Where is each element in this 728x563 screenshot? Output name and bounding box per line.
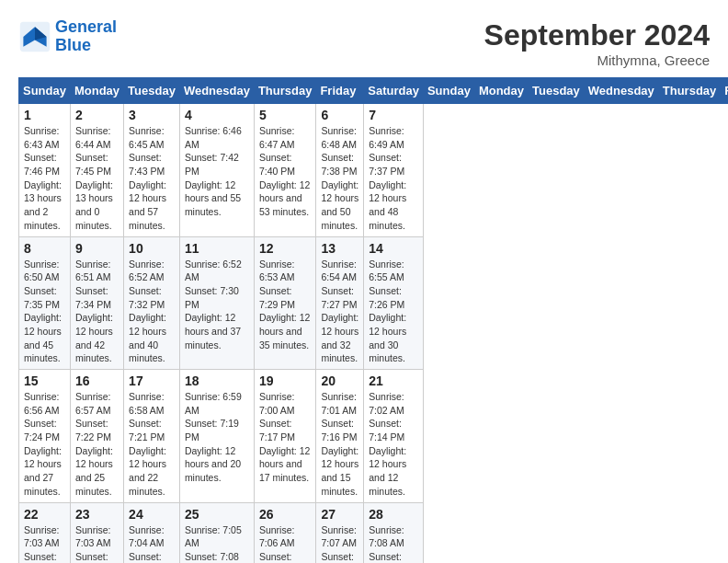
calendar-week-row: 1 Sunrise: 6:43 AMSunset: 7:46 PMDayligh… xyxy=(19,104,729,237)
calendar-cell: 28 Sunrise: 7:08 AMSunset: 7:03 PMDaylig… xyxy=(364,502,424,563)
day-info: Sunrise: 6:55 AMSunset: 7:26 PMDaylight:… xyxy=(369,258,418,366)
day-info: Sunrise: 6:58 AMSunset: 7:21 PMDaylight:… xyxy=(129,390,175,499)
header-wednesday: Wednesday xyxy=(179,78,254,104)
calendar-cell: 14 Sunrise: 6:55 AMSunset: 7:26 PMDaylig… xyxy=(364,236,424,370)
day-info: Sunrise: 7:00 AMSunset: 7:17 PMDaylight:… xyxy=(259,390,312,485)
logo-blue: Blue xyxy=(55,37,117,55)
calendar-cell: 21 Sunrise: 7:02 AMSunset: 7:14 PMDaylig… xyxy=(364,370,424,503)
calendar-cell: 7 Sunrise: 6:49 AMSunset: 7:37 PMDayligh… xyxy=(364,104,424,237)
calendar-cell: 18 Sunrise: 6:59 AMSunset: 7:19 PMDaylig… xyxy=(179,370,254,503)
month-title: September 2024 xyxy=(484,18,710,52)
day-number: 27 xyxy=(321,507,358,522)
calendar-week-row: 8 Sunrise: 6:50 AMSunset: 7:35 PMDayligh… xyxy=(19,236,729,370)
page-header: General Blue September 2024 Mithymna, Gr… xyxy=(18,18,710,68)
day-number: 21 xyxy=(369,373,418,388)
day-info: Sunrise: 7:07 AMSunset: 7:04 PMDaylight:… xyxy=(321,523,358,564)
day-number: 13 xyxy=(321,241,358,256)
day-number: 16 xyxy=(75,373,119,388)
day-number: 10 xyxy=(129,241,175,256)
calendar-cell: 15 Sunrise: 6:56 AMSunset: 7:24 PMDaylig… xyxy=(19,370,71,503)
header-monday: Monday xyxy=(70,78,123,104)
day-info: Sunrise: 6:48 AMSunset: 7:38 PMDaylight:… xyxy=(321,124,358,233)
logo-general: General xyxy=(55,17,117,36)
calendar-cell: 12 Sunrise: 6:53 AMSunset: 7:29 PMDaylig… xyxy=(254,236,316,370)
day-info: Sunrise: 6:59 AMSunset: 7:19 PMDaylight:… xyxy=(185,390,249,485)
day-info: Sunrise: 7:04 AMSunset: 7:09 PMDaylight:… xyxy=(129,523,175,564)
calendar-cell: 8 Sunrise: 6:50 AMSunset: 7:35 PMDayligh… xyxy=(19,236,71,370)
day-info: Sunrise: 6:51 AMSunset: 7:34 PMDaylight:… xyxy=(75,258,119,366)
location: Mithymna, Greece xyxy=(484,52,710,68)
title-block: September 2024 Mithymna, Greece xyxy=(484,18,710,68)
header-day-friday: Friday xyxy=(721,78,728,104)
logo-text: General Blue xyxy=(55,18,117,55)
calendar-cell: 5 Sunrise: 6:47 AMSunset: 7:40 PMDayligh… xyxy=(254,104,316,237)
day-number: 4 xyxy=(185,108,249,122)
calendar-cell: 17 Sunrise: 6:58 AMSunset: 7:21 PMDaylig… xyxy=(124,370,180,503)
day-info: Sunrise: 6:57 AMSunset: 7:22 PMDaylight:… xyxy=(75,390,119,499)
day-number: 15 xyxy=(24,373,65,388)
header-sunday: Sunday xyxy=(19,78,71,104)
calendar-header-row: SundayMondayTuesdayWednesdayThursdayFrid… xyxy=(19,78,729,104)
day-number: 6 xyxy=(321,108,358,122)
calendar-cell: 26 Sunrise: 7:06 AMSunset: 7:06 PMDaylig… xyxy=(254,502,316,563)
header-day-monday: Monday xyxy=(474,78,528,104)
calendar-cell: 16 Sunrise: 6:57 AMSunset: 7:22 PMDaylig… xyxy=(70,370,123,503)
day-number: 24 xyxy=(129,507,175,522)
calendar-cell: 27 Sunrise: 7:07 AMSunset: 7:04 PMDaylig… xyxy=(316,502,364,563)
header-day-sunday: Sunday xyxy=(423,78,474,104)
calendar-cell: 11 Sunrise: 6:52 AMSunset: 7:30 PMDaylig… xyxy=(179,236,254,370)
day-info: Sunrise: 6:52 AMSunset: 7:32 PMDaylight:… xyxy=(129,258,175,366)
day-info: Sunrise: 6:54 AMSunset: 7:27 PMDaylight:… xyxy=(321,258,358,366)
calendar-cell: 24 Sunrise: 7:04 AMSunset: 7:09 PMDaylig… xyxy=(124,502,180,563)
calendar-cell: 6 Sunrise: 6:48 AMSunset: 7:38 PMDayligh… xyxy=(316,104,364,237)
calendar-cell: 25 Sunrise: 7:05 AMSunset: 7:08 PMDaylig… xyxy=(179,502,254,563)
day-number: 28 xyxy=(369,507,418,522)
calendar-cell: 19 Sunrise: 7:00 AMSunset: 7:17 PMDaylig… xyxy=(254,370,316,503)
day-info: Sunrise: 7:08 AMSunset: 7:03 PMDaylight:… xyxy=(369,523,418,564)
day-number: 25 xyxy=(185,507,249,522)
calendar-cell: 10 Sunrise: 6:52 AMSunset: 7:32 PMDaylig… xyxy=(124,236,180,370)
day-info: Sunrise: 6:49 AMSunset: 7:37 PMDaylight:… xyxy=(369,124,418,233)
header-thursday: Thursday xyxy=(254,78,316,104)
day-info: Sunrise: 7:03 AMSunset: 7:13 PMDaylight:… xyxy=(24,523,65,564)
calendar-cell: 9 Sunrise: 6:51 AMSunset: 7:34 PMDayligh… xyxy=(70,236,123,370)
day-number: 20 xyxy=(321,373,358,388)
calendar-cell: 1 Sunrise: 6:43 AMSunset: 7:46 PMDayligh… xyxy=(19,104,71,237)
calendar-cell: 3 Sunrise: 6:45 AMSunset: 7:43 PMDayligh… xyxy=(124,104,180,237)
day-number: 2 xyxy=(75,108,119,122)
calendar-cell: 2 Sunrise: 6:44 AMSunset: 7:45 PMDayligh… xyxy=(70,104,123,237)
calendar-week-row: 15 Sunrise: 6:56 AMSunset: 7:24 PMDaylig… xyxy=(19,370,729,503)
day-number: 11 xyxy=(185,241,249,256)
day-number: 3 xyxy=(129,108,175,122)
day-info: Sunrise: 6:53 AMSunset: 7:29 PMDaylight:… xyxy=(259,258,312,352)
day-number: 7 xyxy=(369,108,418,122)
day-number: 18 xyxy=(185,373,249,388)
day-info: Sunrise: 6:44 AMSunset: 7:45 PMDaylight:… xyxy=(75,124,119,233)
day-info: Sunrise: 7:03 AMSunset: 7:11 PMDaylight:… xyxy=(75,523,119,564)
day-info: Sunrise: 6:43 AMSunset: 7:46 PMDaylight:… xyxy=(24,124,65,233)
logo-icon xyxy=(18,20,51,53)
day-number: 14 xyxy=(369,241,418,256)
day-info: Sunrise: 6:56 AMSunset: 7:24 PMDaylight:… xyxy=(24,390,65,499)
calendar-cell: 13 Sunrise: 6:54 AMSunset: 7:27 PMDaylig… xyxy=(316,236,364,370)
day-number: 8 xyxy=(24,241,65,256)
day-info: Sunrise: 6:47 AMSunset: 7:40 PMDaylight:… xyxy=(259,124,312,219)
calendar-cell: 22 Sunrise: 7:03 AMSunset: 7:13 PMDaylig… xyxy=(19,502,71,563)
day-info: Sunrise: 6:45 AMSunset: 7:43 PMDaylight:… xyxy=(129,124,175,233)
day-number: 12 xyxy=(259,241,312,256)
calendar-table: SundayMondayTuesdayWednesdayThursdayFrid… xyxy=(18,77,728,563)
day-info: Sunrise: 7:06 AMSunset: 7:06 PMDaylight:… xyxy=(259,523,312,564)
header-friday: Friday xyxy=(316,78,364,104)
header-day-thursday: Thursday xyxy=(658,78,721,104)
calendar-cell: 23 Sunrise: 7:03 AMSunset: 7:11 PMDaylig… xyxy=(70,502,123,563)
calendar-week-row: 22 Sunrise: 7:03 AMSunset: 7:13 PMDaylig… xyxy=(19,502,729,563)
day-info: Sunrise: 6:50 AMSunset: 7:35 PMDaylight:… xyxy=(24,258,65,366)
day-info: Sunrise: 6:46 AMSunset: 7:42 PMDaylight:… xyxy=(185,124,249,219)
day-number: 23 xyxy=(75,507,119,522)
day-info: Sunrise: 6:52 AMSunset: 7:30 PMDaylight:… xyxy=(185,258,249,352)
header-day-wednesday: Wednesday xyxy=(584,78,658,104)
day-number: 1 xyxy=(24,108,65,122)
header-saturday: Saturday xyxy=(364,78,424,104)
day-info: Sunrise: 7:01 AMSunset: 7:16 PMDaylight:… xyxy=(321,390,358,499)
logo: General Blue xyxy=(18,18,117,55)
